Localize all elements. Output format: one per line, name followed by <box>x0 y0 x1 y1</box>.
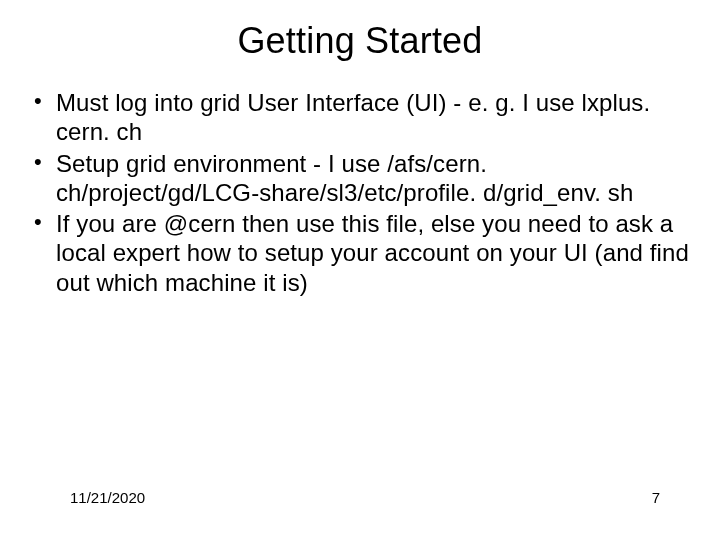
footer-date: 11/21/2020 <box>70 489 145 506</box>
slide-footer: 11/21/2020 7 <box>0 489 720 506</box>
bullet-list: Must log into grid User Interface (UI) -… <box>28 88 692 297</box>
list-item: Setup grid environment - I use /afs/cern… <box>32 149 692 208</box>
list-item: Must log into grid User Interface (UI) -… <box>32 88 692 147</box>
footer-page-number: 7 <box>652 489 660 506</box>
slide-title: Getting Started <box>28 20 692 62</box>
list-item: If you are @cern then use this file, els… <box>32 209 692 297</box>
slide: Getting Started Must log into grid User … <box>0 0 720 540</box>
